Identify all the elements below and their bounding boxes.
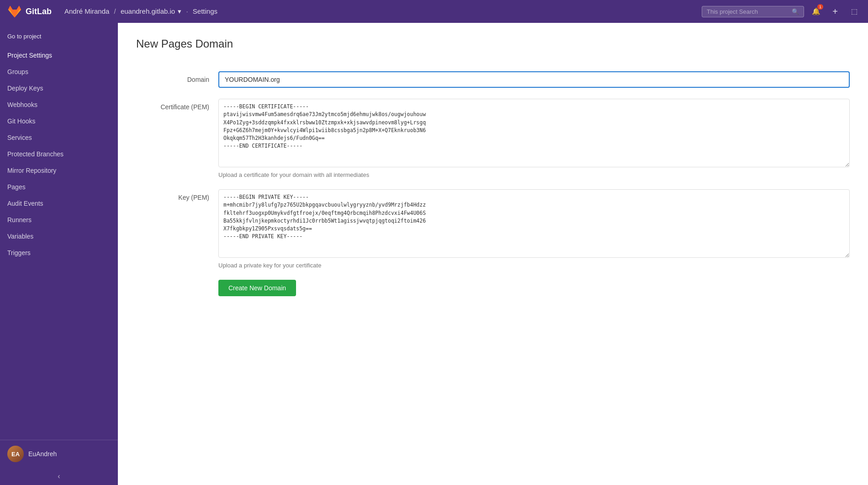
sidebar-item-audit-events-label: Audit Events	[7, 200, 43, 207]
sidebar-item-go-to-project[interactable]: Go to project	[0, 27, 118, 47]
sidebar-item-variables[interactable]: Variables	[0, 228, 118, 245]
sidebar-item-protected-branches-label: Protected Branches	[7, 150, 64, 158]
key-input-wrap: -----BEGIN PRIVATE KEY----- m+mhcmibr7jy…	[218, 189, 850, 269]
gitlab-fox-icon	[7, 4, 22, 19]
add-icon[interactable]: +	[829, 5, 842, 18]
domain-input[interactable]	[218, 71, 850, 88]
breadcrumb-page: Settings	[193, 7, 217, 15]
sidebar-item-services-label: Services	[7, 134, 32, 141]
sidebar-item-triggers-label: Triggers	[7, 249, 31, 256]
certificate-input-wrap: -----BEGIN CERTIFICATE----- ptavijwisvmw…	[218, 99, 850, 178]
sidebar-user[interactable]: EA EuAndreh	[0, 440, 118, 468]
domain-label: Domain	[136, 71, 218, 83]
notifications-icon[interactable]: 🔔	[810, 5, 822, 18]
sidebar-item-git-hooks[interactable]: Git Hooks	[0, 113, 118, 129]
sidebar-item-mirror-repository[interactable]: Mirror Repository	[0, 162, 118, 179]
sidebar-username: EuAndreh	[28, 450, 57, 458]
breadcrumb-user: André Miranda	[64, 7, 109, 15]
key-help: Upload a private key for your certificat…	[218, 262, 850, 269]
user-settings-icon[interactable]: ⬚	[848, 5, 861, 18]
chevron-left-icon: ‹	[58, 472, 60, 480]
avatar: EA	[7, 446, 24, 462]
avatar-initials: EA	[7, 446, 24, 462]
certificate-textarea[interactable]: -----BEGIN CERTIFICATE----- ptavijwisvmw…	[218, 99, 850, 167]
sidebar-item-runners[interactable]: Runners	[0, 212, 118, 228]
domain-field-group: Domain	[136, 71, 850, 88]
key-label: Key (PEM)	[136, 189, 218, 201]
breadcrumb: André Miranda / euandreh.gitlab.io ▾ · S…	[64, 7, 696, 16]
sidebar: Go to project Project Settings Groups De…	[0, 23, 118, 485]
breadcrumb-project[interactable]: euandreh.gitlab.io	[121, 7, 175, 15]
sidebar-item-protected-branches[interactable]: Protected Branches	[0, 146, 118, 162]
form-actions: Create New Domain	[136, 280, 850, 296]
certificate-field-group: Certificate (PEM) -----BEGIN CERTIFICATE…	[136, 99, 850, 178]
sidebar-item-services[interactable]: Services	[0, 129, 118, 146]
sidebar-item-pages[interactable]: Pages	[0, 179, 118, 195]
brand-name: GitLab	[26, 7, 52, 16]
sidebar-item-groups-label: Groups	[7, 68, 28, 75]
sidebar-collapse-button[interactable]: ‹	[0, 468, 118, 485]
search-icon: 🔍	[792, 8, 799, 15]
topnav: GitLab André Miranda / euandreh.gitlab.i…	[0, 0, 868, 23]
page-title: New Pages Domain	[136, 37, 850, 58]
sidebar-item-git-hooks-label: Git Hooks	[7, 117, 35, 125]
sidebar-item-project-settings-label: Project Settings	[7, 52, 52, 59]
topnav-icons: 🔔 + ⬚	[810, 5, 861, 18]
sidebar-item-webhooks-label: Webhooks	[7, 101, 37, 108]
brand-logo[interactable]: GitLab	[7, 4, 52, 19]
sidebar-item-webhooks[interactable]: Webhooks	[0, 96, 118, 113]
app-body: Go to project Project Settings Groups De…	[0, 23, 868, 485]
sidebar-item-runners-label: Runners	[7, 216, 32, 224]
sidebar-item-groups[interactable]: Groups	[0, 64, 118, 80]
breadcrumb-sep1: /	[114, 7, 116, 15]
sidebar-item-variables-label: Variables	[7, 233, 33, 240]
breadcrumb-dropdown[interactable]: ▾	[178, 7, 181, 15]
search-input[interactable]	[707, 8, 789, 15]
sidebar-item-triggers[interactable]: Triggers	[0, 245, 118, 261]
create-new-domain-button[interactable]: Create New Domain	[218, 280, 296, 296]
sidebar-menu: Go to project Project Settings Groups De…	[0, 27, 118, 270]
breadcrumb-sep2: ·	[186, 7, 188, 15]
key-textarea[interactable]: -----BEGIN PRIVATE KEY----- m+mhcmibr7jy…	[218, 189, 850, 258]
main-content: New Pages Domain Domain Certificate (PEM…	[118, 23, 868, 485]
domain-input-wrap	[218, 71, 850, 88]
sidebar-item-deploy-keys-label: Deploy Keys	[7, 85, 43, 92]
sidebar-item-audit-events[interactable]: Audit Events	[0, 195, 118, 212]
sidebar-item-deploy-keys[interactable]: Deploy Keys	[0, 80, 118, 96]
certificate-help: Upload a certificate for your domain wit…	[218, 171, 850, 178]
sidebar-item-project-settings[interactable]: Project Settings	[0, 47, 118, 64]
sidebar-item-mirror-repository-label: Mirror Repository	[7, 167, 56, 174]
sidebar-item-pages-label: Pages	[7, 183, 26, 191]
go-to-project-label: Go to project	[7, 33, 41, 40]
search-box[interactable]: 🔍	[702, 6, 804, 17]
certificate-label: Certificate (PEM)	[136, 99, 218, 111]
key-field-group: Key (PEM) -----BEGIN PRIVATE KEY----- m+…	[136, 189, 850, 269]
